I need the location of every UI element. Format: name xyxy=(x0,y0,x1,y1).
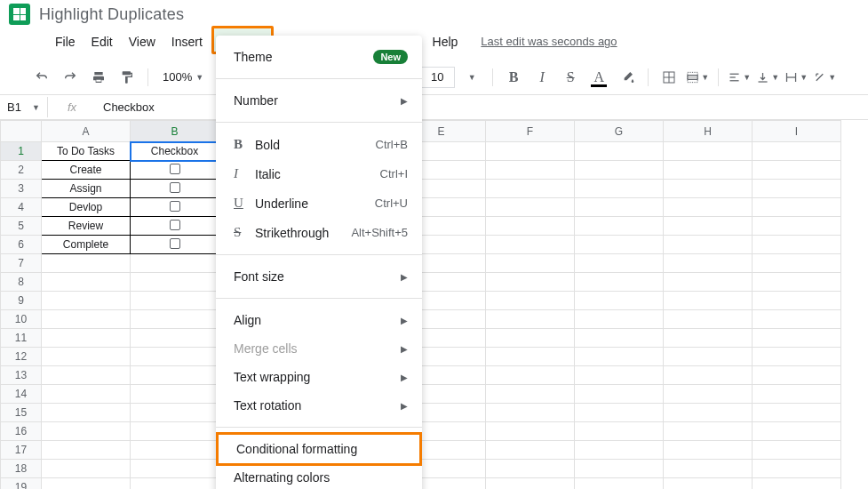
font-size-input[interactable]: 10 xyxy=(419,67,455,88)
cell-F9[interactable] xyxy=(486,292,575,310)
cell-I13[interactable] xyxy=(753,366,841,385)
cell-G10[interactable] xyxy=(575,310,664,329)
row-header-9[interactable]: 9 xyxy=(1,292,42,310)
row-header-15[interactable]: 15 xyxy=(1,404,42,422)
cell-G7[interactable] xyxy=(575,254,664,273)
cell-H17[interactable] xyxy=(664,441,753,460)
cell-G5[interactable] xyxy=(575,217,664,236)
menu-help[interactable]: Help xyxy=(426,31,466,52)
cell-A19[interactable] xyxy=(42,478,131,490)
cell-F7[interactable] xyxy=(486,254,575,273)
cell-A8[interactable] xyxy=(42,273,131,292)
cell-I11[interactable] xyxy=(753,329,841,348)
cell-B13[interactable] xyxy=(131,366,219,385)
cell-B15[interactable] xyxy=(131,404,219,422)
cell-I7[interactable] xyxy=(753,254,841,273)
row-header-2[interactable]: 2 xyxy=(1,161,42,180)
cell-G18[interactable] xyxy=(575,460,664,478)
cell-H5[interactable] xyxy=(664,217,753,236)
cell-B12[interactable] xyxy=(131,348,219,366)
formula-input[interactable]: Checkbox xyxy=(96,97,868,117)
italic-button[interactable]: I xyxy=(530,66,553,89)
cell-B16[interactable] xyxy=(131,422,219,441)
menu-align[interactable]: Align ▶ xyxy=(216,306,422,334)
strikethrough-button[interactable]: S xyxy=(559,66,582,89)
menu-underline[interactable]: U Underline Ctrl+U xyxy=(216,188,422,218)
cell-B1[interactable]: Checkbox xyxy=(131,142,219,161)
cell-F11[interactable] xyxy=(486,329,575,348)
cell-H1[interactable] xyxy=(664,142,753,161)
menu-file[interactable]: File xyxy=(48,31,83,52)
cell-G12[interactable] xyxy=(575,348,664,366)
cell-G19[interactable] xyxy=(575,478,664,490)
cell-G17[interactable] xyxy=(575,441,664,460)
cell-A1[interactable]: To Do Tasks xyxy=(42,142,131,161)
cell-F12[interactable] xyxy=(486,348,575,366)
row-header-5[interactable]: 5 xyxy=(1,217,42,236)
col-header-B[interactable]: B xyxy=(131,121,219,142)
menu-alternating-colors[interactable]: Alternating colors xyxy=(216,463,422,489)
name-box[interactable]: B1▼ xyxy=(0,97,48,117)
cell-A14[interactable] xyxy=(42,385,131,404)
cell-G9[interactable] xyxy=(575,292,664,310)
v-align-button[interactable]: ▼ xyxy=(756,66,779,89)
cell-H7[interactable] xyxy=(664,254,753,273)
cell-F3[interactable] xyxy=(486,180,575,198)
row-header-6[interactable]: 6 xyxy=(1,236,42,254)
fill-color-button[interactable] xyxy=(616,66,639,89)
merge-button[interactable]: ▼ xyxy=(686,66,709,89)
cell-G1[interactable] xyxy=(575,142,664,161)
cell-I12[interactable] xyxy=(753,348,841,366)
checkbox-icon[interactable] xyxy=(170,238,180,249)
h-align-button[interactable]: ▼ xyxy=(728,66,751,89)
cell-I10[interactable] xyxy=(753,310,841,329)
cell-B9[interactable] xyxy=(131,292,219,310)
cell-F1[interactable] xyxy=(486,142,575,161)
cell-B11[interactable] xyxy=(131,329,219,348)
menu-view[interactable]: View xyxy=(122,31,163,52)
cell-I14[interactable] xyxy=(753,385,841,404)
col-header-F[interactable]: F xyxy=(486,121,575,142)
cell-F6[interactable] xyxy=(486,236,575,254)
cell-A12[interactable] xyxy=(42,348,131,366)
cell-A10[interactable] xyxy=(42,310,131,329)
cell-B4[interactable] xyxy=(131,198,219,217)
cell-I1[interactable] xyxy=(753,142,841,161)
cell-F16[interactable] xyxy=(486,422,575,441)
cell-I19[interactable] xyxy=(753,478,841,490)
cell-G4[interactable] xyxy=(575,198,664,217)
cell-A18[interactable] xyxy=(42,460,131,478)
borders-button[interactable] xyxy=(657,66,681,89)
cell-A16[interactable] xyxy=(42,422,131,441)
cell-H10[interactable] xyxy=(664,310,753,329)
row-header-4[interactable]: 4 xyxy=(1,198,42,217)
font-size-dropdown[interactable]: ▼ xyxy=(460,66,483,89)
cell-G16[interactable] xyxy=(575,422,664,441)
menu-text-rotation[interactable]: Text rotation ▶ xyxy=(216,391,422,420)
cell-G13[interactable] xyxy=(575,366,664,385)
cell-F19[interactable] xyxy=(486,478,575,490)
menu-bold[interactable]: B Bold Ctrl+B xyxy=(216,130,422,159)
row-header-16[interactable]: 16 xyxy=(1,422,42,441)
cell-B6[interactable] xyxy=(131,236,219,254)
cell-I18[interactable] xyxy=(753,460,841,478)
cell-F8[interactable] xyxy=(486,273,575,292)
cell-H12[interactable] xyxy=(664,348,753,366)
cell-H19[interactable] xyxy=(664,478,753,490)
row-header-19[interactable]: 19 xyxy=(1,478,42,490)
cell-H4[interactable] xyxy=(664,198,753,217)
cell-F4[interactable] xyxy=(486,198,575,217)
cell-A17[interactable] xyxy=(42,441,131,460)
row-header-3[interactable]: 3 xyxy=(1,180,42,198)
cell-H18[interactable] xyxy=(664,460,753,478)
cell-A9[interactable] xyxy=(42,292,131,310)
checkbox-icon[interactable] xyxy=(170,201,180,212)
cell-A15[interactable] xyxy=(42,404,131,422)
menu-conditional-formatting[interactable]: Conditional formatting xyxy=(216,432,422,466)
bold-button[interactable]: B xyxy=(502,66,525,89)
col-header-H[interactable]: H xyxy=(664,121,753,142)
row-header-17[interactable]: 17 xyxy=(1,441,42,460)
cell-G3[interactable] xyxy=(575,180,664,198)
cell-G15[interactable] xyxy=(575,404,664,422)
sheets-logo[interactable] xyxy=(9,4,30,25)
